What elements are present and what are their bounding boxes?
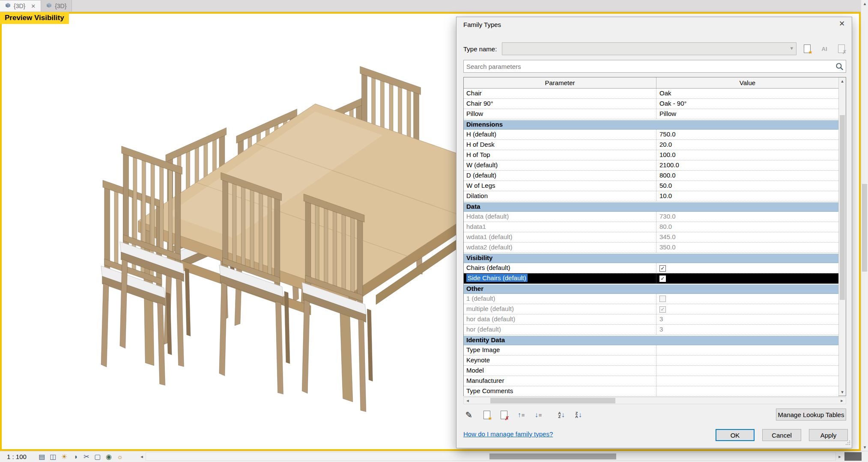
parameter-value[interactable]: 3 bbox=[659, 326, 663, 333]
parameter-value[interactable]: 345.0 bbox=[659, 233, 676, 240]
table-row[interactable]: Type Comments bbox=[464, 386, 838, 397]
parameter-value[interactable]: 750.0 bbox=[659, 130, 676, 138]
shadows-icon[interactable]: ◑ bbox=[71, 453, 80, 461]
ok-button[interactable]: OK bbox=[716, 429, 755, 441]
scroll-right-icon[interactable]: ▸ bbox=[836, 452, 844, 461]
view-tab-3d-active[interactable]: {3D} ✕ bbox=[0, 0, 41, 12]
scrollbar-thumb[interactable] bbox=[862, 184, 867, 272]
parameter-name: wdata1 (default) bbox=[466, 233, 513, 240]
delete-parameter-button[interactable]: ✗ bbox=[498, 409, 510, 421]
table-row[interactable]: multiple (default)✓ bbox=[464, 304, 838, 314]
table-row[interactable]: wdata1 (default)345.0 bbox=[464, 232, 838, 243]
sun-path-icon[interactable]: ☀ bbox=[60, 453, 69, 461]
parameter-value[interactable]: 80.0 bbox=[659, 223, 672, 230]
scroll-right-icon[interactable]: ▸ bbox=[838, 397, 846, 404]
table-row[interactable]: Model bbox=[464, 366, 838, 376]
resize-grip[interactable] bbox=[845, 439, 850, 447]
parameter-value[interactable]: 10.0 bbox=[659, 192, 672, 199]
table-row[interactable]: Dilation10.0 bbox=[464, 191, 838, 201]
parameter-value[interactable]: Oak - 90° bbox=[659, 100, 687, 107]
table-row[interactable]: Chair 90°Oak - 90° bbox=[464, 99, 838, 109]
table-row[interactable]: D (default)800.0 bbox=[464, 171, 838, 181]
parameter-value[interactable]: 730.0 bbox=[659, 213, 676, 220]
reveal-hidden-icon[interactable]: ☼ bbox=[116, 453, 124, 461]
table-row[interactable]: hor (default)3 bbox=[464, 325, 838, 335]
crop-view-icon[interactable]: ✂ bbox=[82, 453, 91, 461]
apply-button[interactable]: Apply bbox=[809, 429, 848, 441]
scrollbar-track[interactable] bbox=[471, 397, 838, 404]
new-parameter-button[interactable]: ★ bbox=[480, 409, 493, 421]
parameter-value[interactable]: 800.0 bbox=[659, 172, 676, 179]
revit-window: {3D} ✕ {3D} Preview Visibility 1 : 100 ▤… bbox=[0, 0, 868, 462]
search-parameters-input[interactable] bbox=[466, 61, 830, 71]
dialog-close-button[interactable]: ✕ bbox=[832, 17, 852, 31]
cancel-button[interactable]: Cancel bbox=[762, 429, 801, 441]
parameter-value[interactable]: 3 bbox=[659, 315, 663, 323]
scroll-down-icon[interactable]: ▾ bbox=[839, 388, 846, 396]
parameter-name: D (default) bbox=[466, 172, 496, 179]
visual-style-icon[interactable]: ◫ bbox=[49, 453, 57, 461]
delete-type-button[interactable]: ✗ bbox=[835, 43, 848, 55]
help-link[interactable]: How do I manage family types? bbox=[463, 430, 553, 438]
parameter-value[interactable]: Oak bbox=[659, 89, 671, 97]
vertical-scrollbar[interactable]: ▴ ▾ bbox=[861, 0, 868, 451]
value-checkbox[interactable] bbox=[659, 296, 666, 302]
table-row[interactable]: wdata2 (default)350.0 bbox=[464, 243, 838, 253]
crop-region-icon[interactable]: ▢ bbox=[93, 453, 102, 461]
sort-descending-icon: ZA bbox=[575, 412, 578, 418]
sort-ascending-button[interactable]: AZ ↓ bbox=[555, 409, 568, 421]
table-row[interactable]: ChairOak bbox=[464, 89, 838, 99]
table-horizontal-scrollbar[interactable]: ◂ ▸ bbox=[463, 397, 846, 404]
column-header-value[interactable]: Value bbox=[656, 77, 838, 88]
value-checkbox[interactable]: ✓ bbox=[659, 306, 666, 313]
table-row[interactable]: PillowPillow bbox=[464, 109, 838, 119]
table-row[interactable]: Hdata (default)730.0 bbox=[464, 212, 838, 222]
sort-descending-button[interactable]: ZA ↓ bbox=[572, 409, 585, 421]
table-row[interactable]: W of Legs50.0 bbox=[464, 181, 838, 191]
parameter-value[interactable]: 2100.0 bbox=[659, 161, 679, 169]
scroll-left-icon[interactable]: ◂ bbox=[464, 397, 471, 404]
manage-lookup-tables-button[interactable]: Manage Lookup Tables bbox=[776, 409, 846, 421]
table-row[interactable]: W (default)2100.0 bbox=[464, 160, 838, 171]
scroll-down-icon[interactable]: ▾ bbox=[861, 444, 868, 451]
rename-type-button[interactable]: AI bbox=[818, 43, 831, 55]
value-checkbox[interactable]: ✓ bbox=[659, 275, 666, 282]
close-tab-icon[interactable]: ✕ bbox=[31, 3, 36, 9]
scrollbar-thumb[interactable] bbox=[489, 453, 616, 459]
scrollbar-thumb[interactable] bbox=[840, 115, 845, 300]
horizontal-scrollbar[interactable]: ◂ ▸ bbox=[138, 452, 844, 461]
table-row[interactable]: hdata180.0 bbox=[464, 222, 838, 232]
value-checkbox[interactable]: ✓ bbox=[659, 265, 666, 272]
table-row[interactable]: Chairs (default)✓ bbox=[464, 263, 838, 273]
type-name-select[interactable]: ▾ bbox=[502, 42, 796, 55]
new-type-button[interactable]: ★ bbox=[801, 43, 814, 55]
parameter-value[interactable]: Pillow bbox=[659, 110, 676, 117]
table-row[interactable]: Side Chairs (default)✓ bbox=[464, 273, 838, 284]
parameter-value[interactable]: 350.0 bbox=[659, 243, 676, 251]
detail-level-icon[interactable]: ▤ bbox=[38, 453, 46, 461]
table-vertical-scrollbar[interactable]: ▴ ▾ bbox=[838, 77, 846, 396]
table-row[interactable]: 1 (default) bbox=[464, 294, 838, 304]
view-scale-control[interactable]: 1 : 100 bbox=[7, 453, 27, 460]
move-parameter-up-button[interactable]: ↑ ≡ bbox=[515, 409, 528, 421]
parameter-value[interactable]: 100.0 bbox=[659, 151, 676, 158]
scrollbar-track[interactable] bbox=[146, 452, 836, 461]
parameter-value[interactable]: 20.0 bbox=[659, 141, 672, 148]
table-row[interactable]: hor data (default)3 bbox=[464, 314, 838, 325]
edit-parameter-button[interactable]: ✎ bbox=[462, 409, 475, 421]
scroll-up-icon[interactable]: ▴ bbox=[861, 0, 868, 7]
move-parameter-down-button[interactable]: ↓ ≡ bbox=[532, 409, 545, 421]
table-row[interactable]: Manufacturer bbox=[464, 376, 838, 386]
table-row[interactable]: H of Desk20.0 bbox=[464, 140, 838, 150]
table-row[interactable]: H of Top100.0 bbox=[464, 150, 838, 160]
scrollbar-thumb[interactable] bbox=[490, 398, 615, 403]
table-row[interactable]: Keynote bbox=[464, 355, 838, 366]
table-row[interactable]: Type Image bbox=[464, 345, 838, 355]
scroll-up-icon[interactable]: ▴ bbox=[839, 77, 846, 85]
column-header-parameter[interactable]: Parameter bbox=[464, 77, 656, 88]
parameter-value[interactable]: 50.0 bbox=[659, 182, 672, 189]
scroll-left-icon[interactable]: ◂ bbox=[138, 452, 146, 461]
temporary-hide-isolate-icon[interactable]: ◉ bbox=[104, 453, 113, 461]
view-tab-3d-inactive[interactable]: {3D} bbox=[41, 0, 72, 12]
table-row[interactable]: H (default)750.0 bbox=[464, 130, 838, 140]
